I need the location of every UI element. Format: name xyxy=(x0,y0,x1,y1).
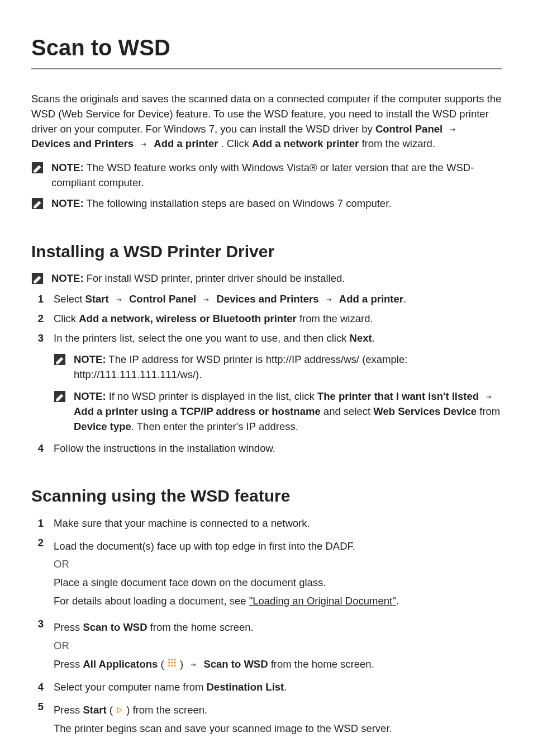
note-icon xyxy=(31,162,44,174)
note-text: The WSD feature works only with Windows … xyxy=(51,162,474,188)
intro-post: from the wizard. xyxy=(361,138,435,149)
step-bold: Start xyxy=(85,293,109,305)
arrow-icon xyxy=(448,122,458,137)
or-text: OR xyxy=(54,639,502,654)
step-bold: Control Panel xyxy=(129,293,196,305)
note-block: NOTE: The following installation steps a… xyxy=(31,196,502,211)
note-text: The following installation steps are bas… xyxy=(84,197,392,209)
arrow-icon xyxy=(324,292,334,307)
list-item: Make sure that your machine is connected… xyxy=(31,516,502,531)
paren-close: ) xyxy=(123,704,132,716)
note-label: NOTE: xyxy=(51,162,84,173)
note-block: NOTE: The WSD feature works only with Wi… xyxy=(31,160,502,191)
step-text: . xyxy=(396,595,399,607)
step-bold: All Applicatons xyxy=(83,658,158,670)
step-text: In the printers list, select the one you… xyxy=(54,332,350,344)
note-block: NOTE: For install WSD printer, printer d… xyxy=(31,271,502,286)
paren-open: ( xyxy=(158,658,166,670)
note-text: . Then enter the printer's IP address. xyxy=(131,420,298,432)
or-text: OR xyxy=(54,557,502,572)
intro-mid: . Click xyxy=(221,138,253,149)
note-bold: The printer that I want isn't listed xyxy=(317,390,479,402)
note-text: from xyxy=(477,405,500,417)
step-text: For details about loading a document, se… xyxy=(54,595,249,607)
step-bold: Destination List xyxy=(207,681,284,693)
step-bold: Scan to WSD xyxy=(83,621,147,633)
step-text: Click xyxy=(54,313,79,324)
list-item: Select Start Control Panel Devices and P… xyxy=(31,292,502,307)
step-bold: Next xyxy=(350,332,372,344)
step-bold: Add a printer xyxy=(339,293,403,305)
step-text: Press xyxy=(54,658,83,670)
step-text: Select xyxy=(54,293,85,305)
note-icon xyxy=(31,272,44,285)
apps-grid-icon xyxy=(167,657,177,672)
scan-steps: Make sure that your machine is connected… xyxy=(31,516,502,740)
step-text: Press xyxy=(54,621,83,633)
note-label: NOTE: xyxy=(74,353,106,365)
step-text: Load the document(s) face up with top ed… xyxy=(54,539,502,554)
list-item: Select your computer name from Destinati… xyxy=(31,680,502,695)
section-heading-install: Installing a WSD Printer Driver xyxy=(31,239,502,264)
note-label: NOTE: xyxy=(51,272,84,284)
note-text: and select xyxy=(321,405,374,417)
step-text: Press xyxy=(54,704,83,716)
play-icon xyxy=(116,703,123,719)
step-text: . xyxy=(372,332,375,344)
step-bold: Scan to WSD xyxy=(203,658,268,670)
step-text: Make sure that your machine is connected… xyxy=(54,516,502,531)
paren-close: ) xyxy=(177,658,186,670)
step-text: from the home screen. xyxy=(268,658,374,670)
step-text: . xyxy=(284,681,287,693)
list-item: Click Add a network, wireless or Bluetoo… xyxy=(31,311,502,327)
note-bold: Add a printer using a TCP/IP address or … xyxy=(74,405,321,417)
list-item: In the printers list, select the one you… xyxy=(31,331,502,437)
note-icon xyxy=(31,197,44,210)
install-steps: Select Start Control Panel Devices and P… xyxy=(31,292,502,456)
arrow-icon xyxy=(188,657,198,672)
step-bold: Add a network, wireless or Bluetooth pri… xyxy=(79,313,297,324)
sub-note: NOTE: If no WSD printer is displayed in … xyxy=(54,389,502,434)
list-item: Press Scan to WSD from the home screen. … xyxy=(31,617,502,675)
sub-note: NOTE: The IP address for WSD printer is … xyxy=(54,352,502,382)
arrow-icon xyxy=(201,292,211,307)
intro-bold-4: Add a network printer xyxy=(252,138,359,149)
step-text: from the wizard. xyxy=(297,313,373,324)
step-bold: Devices and Printers xyxy=(217,293,319,305)
note-icon xyxy=(54,353,66,366)
arrow-icon xyxy=(139,136,149,152)
page-title: Scan to WSD xyxy=(31,31,502,69)
step-text: Follow the instructions in the installat… xyxy=(54,441,502,456)
note-text: The IP address for WSD printer is http:/… xyxy=(74,353,407,380)
note-bold: Web Services Device xyxy=(373,405,477,417)
step-bold: Start xyxy=(83,704,106,716)
step-text: from the home screen. xyxy=(147,621,254,633)
arrow-icon xyxy=(114,292,124,307)
note-text: For install WSD printer, printer driver … xyxy=(84,272,345,284)
arrow-icon xyxy=(484,389,494,404)
paren-open: ( xyxy=(107,704,116,716)
intro-bold-1: Control Panel xyxy=(375,123,442,135)
note-text: If no WSD printer is displayed in the li… xyxy=(106,390,317,402)
section-heading-scan: Scanning using the WSD feature xyxy=(31,484,502,508)
note-bold: Device type xyxy=(74,420,131,432)
list-item: Load the document(s) face up with top ed… xyxy=(31,536,502,612)
note-label: NOTE: xyxy=(74,390,106,402)
intro-paragraph: Scans the originals and saves the scanne… xyxy=(31,92,502,152)
intro-bold-3: Add a printer xyxy=(154,138,218,149)
step-text: from the screen. xyxy=(133,704,208,716)
step-text: The printer begins scan and save your sc… xyxy=(54,721,502,736)
list-item: Follow the instructions in the installat… xyxy=(31,441,502,456)
intro-bold-2: Devices and Printers xyxy=(31,138,134,149)
list-item: Press Start ( ) from the screen. The pri… xyxy=(31,700,502,740)
step-text: . xyxy=(403,293,406,305)
step-text: Select your computer name from xyxy=(54,681,207,693)
note-label: NOTE: xyxy=(51,197,84,209)
loading-doc-link[interactable]: "Loading an Original Document" xyxy=(249,595,396,607)
step-text: Place a single document face down on the… xyxy=(54,575,502,590)
note-icon xyxy=(54,390,66,403)
